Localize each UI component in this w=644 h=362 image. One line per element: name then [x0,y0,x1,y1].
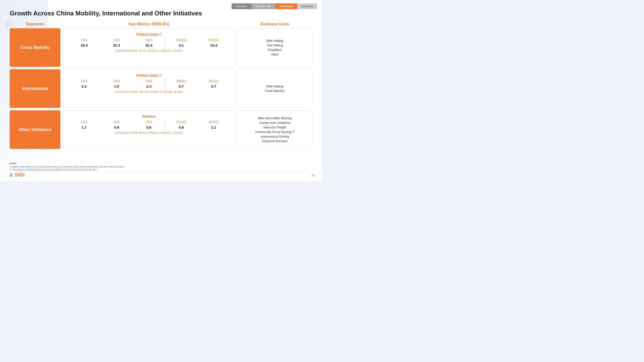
business-china-mobility: Ride Hailing Taxi Hailing Chauffeur Hitc… [238,28,312,67]
metrics-china-mobility: Platform Sales (1) 2018 2019 2020 2020Q1… [63,28,235,67]
bl-freight: Intra-city Freight [264,126,286,129]
bl-financial: Financial Services [262,139,288,143]
year-2021q1-china: 2021Q1 [198,38,230,42]
metrics-header: Key Metrics (RMB Bn) [128,22,169,26]
year-2020q1-other: 2020Q1 [165,120,198,124]
business-header: Business Lines [260,22,289,26]
note-1: 1. Platform sales refers to GTV less all… [10,165,124,169]
year-2018-intl: 2018 [68,79,100,83]
segment-international: International [10,69,60,108]
year-2020q1-intl: 2020Q1 [165,79,198,83]
metrics-other: Revenue 2018 2019 2020 2020Q1 2021Q1 1.7… [63,110,235,149]
bl-bike-sharing: Bike and e-Bike Sharing [258,116,292,120]
didi-icon [9,172,14,178]
val-20-other: 5.8 [133,125,165,129]
note-2: 2. Community Group Buying business was d… [10,168,124,171]
values-row-intl: 0.3 1.9 2.3 0.7 0.7 [68,84,230,88]
bl-ride-hailing-china: Ride Hailing [266,39,283,42]
bl-community-buying: Community Group Buying (2) [255,130,294,134]
nav-whywewin[interactable]: Why We Win [252,3,275,9]
bottom-divider [0,172,322,172]
bl-hitch: Hitch [271,53,278,56]
bl-taxi-hailing: Taxi Hailing [267,43,283,47]
segments-header: Segments [26,22,44,26]
val-19-intl: 1.9 [100,84,133,88]
didi-text: DiDi [15,172,25,178]
year-2020-intl: 2020 [133,79,165,83]
notes-title: Notes: [10,162,124,165]
nav-bar: Overview Why We Win Financials Summary [232,3,317,9]
nav-financials[interactable]: Financials [275,3,297,9]
bl-chauffeur: Chauffeur [268,48,282,52]
didi-logo: DiDi [9,172,25,178]
val-18-other: 1.7 [68,125,100,129]
values-row-other: 1.7 4.9 5.8 0.8 2.1 [68,125,230,129]
year-2021q1-intl: 2021Q1 [198,79,230,83]
row-other-initiatives: Other Initiatives Revenue 2018 2019 2020… [10,110,312,149]
year-2019-other: 2019 [100,120,133,124]
cagr-china: (2018-2020 CAGR: 32.5%; 2020Q1 vs 2021Q1… [115,49,182,52]
page-number: 19 [311,174,315,177]
val-20q1-china: 4.1 [165,43,198,47]
column-headers: Segments Key Metrics (RMB Bn) Business L… [10,22,312,26]
slide: 20 30 Overview Why We Win Financials Sum… [0,0,322,181]
val-21q1-intl: 0.7 [198,84,230,88]
business-international: Ride Hailing Food Delivery [238,69,312,108]
nav-summary[interactable]: Summary [297,3,317,9]
year-2019-intl: 2019 [100,79,133,83]
business-other: Bike and e-Bike Sharing Certain Auto Sol… [238,110,312,149]
metrics-title-china: Platform Sales (1) [136,32,162,36]
segment-china-mobility: China Mobility [10,28,60,67]
val-20q1-intl: 0.7 [165,84,198,88]
val-20q1-other: 0.8 [165,125,198,129]
year-2018-other: 2018 [68,120,100,124]
val-21q1-china: 10.4 [198,43,230,47]
bl-food-delivery: Food Delivery [265,89,284,93]
cagr-intl: (2018-2020 CAGR: 168.7%; 2020Q1 vs 2021Q… [115,90,182,93]
notes-section: Notes: 1. Platform sales refers to GTV l… [10,162,124,172]
val-18-china: 18.4 [68,43,100,47]
val-21q1-other: 2.1 [198,125,230,129]
metrics-international: Platform Sales (1) 2018 2019 2020 2020Q1… [63,69,235,108]
bl-ride-hailing-intl: Ride Hailing [266,84,283,88]
metrics-title-intl: Platform Sales (1) [136,73,162,77]
metrics-title-other: Revenue [142,114,156,118]
val-18-intl: 0.3 [68,84,100,88]
cagr-other: (2018-2020 CAGR: 84.7%; 2020Q1 vs 2021Q1… [115,131,182,134]
val-20-intl: 2.3 [133,84,165,88]
val-19-china: 22.3 [100,43,133,47]
year-2019-china: 2019 [100,38,133,42]
year-2020-other: 2020 [133,120,165,124]
bl-auto-solutions: Certain Auto Solutions [260,121,290,125]
nav-overview[interactable]: Overview [232,3,252,9]
val-19-other: 4.9 [100,125,133,129]
year-2020-china: 2020 [133,38,165,42]
bl-autonomous: Autonomous Driving [260,135,289,138]
val-20-china: 32.4 [133,43,165,47]
year-2021q1-other: 2021Q1 [198,120,230,124]
segment-other-initiatives: Other Initiatives [10,110,60,149]
page-title: Growth Across China Mobility, Internatio… [10,10,312,17]
year-2018-china: 2018 [68,38,100,42]
row-international: International Platform Sales (1) 2018 20… [10,69,312,108]
years-row-china: 2018 2019 2020 2020Q1 2021Q1 [68,38,230,42]
years-row-other: 2018 2019 2020 2020Q1 2021Q1 [68,120,230,124]
years-row-intl: 2018 2019 2020 2020Q1 2021Q1 [68,79,230,83]
row-china-mobility: China Mobility Platform Sales (1) 2018 2… [10,28,312,67]
main-content: Growth Across China Mobility, Internatio… [0,0,322,181]
year-2020q1-china: 2020Q1 [165,38,198,42]
values-row-china: 18.4 22.3 32.4 4.1 10.4 [68,43,230,47]
